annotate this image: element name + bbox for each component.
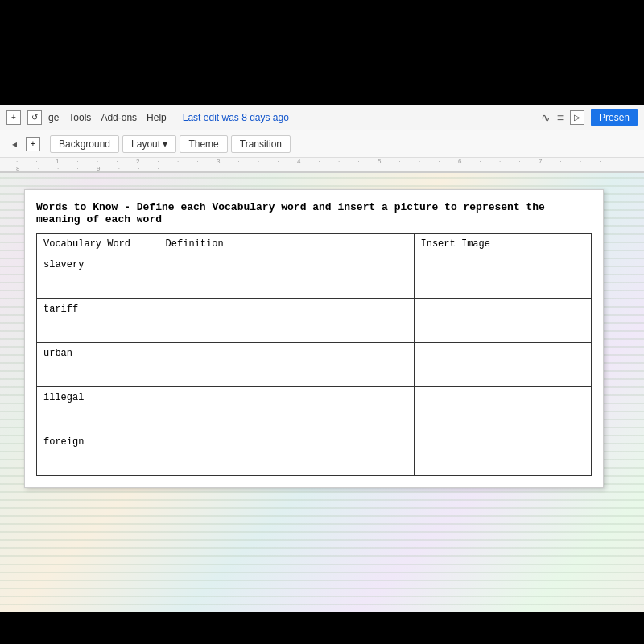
main-content: + ↺ ge Tools Add-ons Help Last edit was … xyxy=(0,105,644,612)
toolbar-area: + ↺ ge Tools Add-ons Help Last edit was … xyxy=(0,105,644,173)
cell-word-2[interactable]: urban xyxy=(37,343,159,387)
cell-img-1[interactable] xyxy=(414,299,591,343)
slide-nav: ◂ + xyxy=(6,136,40,152)
def-label-1 xyxy=(159,299,414,342)
table-row: foreign xyxy=(37,431,592,476)
theme-button[interactable]: Theme xyxy=(180,135,227,153)
slides-toolbar: ◂ + Background Layout ▾ Theme Transition xyxy=(0,130,644,158)
slideshow-icon[interactable]: ▷ xyxy=(570,110,584,125)
menu-items: ge Tools Add-ons Help Last edit was 8 da… xyxy=(48,112,289,123)
def-label-0 xyxy=(159,254,414,298)
add-slide-icon[interactable]: + xyxy=(26,137,40,151)
img-label-4 xyxy=(415,431,591,475)
cell-word-3[interactable]: illegal xyxy=(37,387,159,431)
header-vocab-word: Vocabulary Word xyxy=(37,234,159,254)
word-label-4: foreign xyxy=(37,431,159,475)
last-edit-label: Last edit was 8 days ago xyxy=(183,112,289,123)
cell-def-3[interactable] xyxy=(159,387,414,431)
table-row: slavery xyxy=(37,254,592,299)
menu-item-addons[interactable]: Add-ons xyxy=(101,112,137,123)
cell-word-4[interactable]: foreign xyxy=(37,431,159,476)
cell-def-0[interactable] xyxy=(159,254,414,299)
cell-def-2[interactable] xyxy=(159,343,414,387)
back-arrow[interactable]: ◂ xyxy=(6,136,23,152)
word-label-2: urban xyxy=(37,343,159,386)
chart-icon[interactable]: ∿ xyxy=(541,111,551,124)
slide-title: Words to Know - Define each Vocabulary w… xyxy=(36,201,592,225)
img-label-0 xyxy=(415,254,591,298)
cell-img-4[interactable] xyxy=(414,431,591,476)
menu-item-help[interactable]: Help xyxy=(147,112,167,123)
header-insert-image: Insert Image xyxy=(414,234,591,254)
present-button[interactable]: Presen xyxy=(591,109,638,126)
top-menu-bar: + ↺ ge Tools Add-ons Help Last edit was … xyxy=(0,105,644,130)
cell-img-0[interactable] xyxy=(414,254,591,299)
menu-item-ge[interactable]: ge xyxy=(48,112,59,123)
table-row: illegal xyxy=(37,387,592,431)
cell-word-0[interactable]: slavery xyxy=(37,254,159,299)
ruler: · · 1 · · · 2 · · · 3 · · · 4 · · · 5 · … xyxy=(0,158,644,172)
slide-area: Words to Know - Define each Vocabulary w… xyxy=(0,173,644,504)
img-label-2 xyxy=(415,343,591,386)
word-label-0: slavery xyxy=(37,254,159,298)
img-label-3 xyxy=(415,387,591,431)
black-bar-top xyxy=(0,0,644,105)
vocab-table: Vocabulary Word Definition Insert Image … xyxy=(36,233,592,476)
cell-def-1[interactable] xyxy=(159,299,414,343)
layout-button[interactable]: Layout ▾ xyxy=(122,135,176,153)
cell-word-1[interactable]: tariff xyxy=(37,299,159,343)
black-bar-bottom xyxy=(0,612,644,644)
def-label-4 xyxy=(159,431,414,475)
header-definition: Definition xyxy=(159,234,414,254)
def-label-2 xyxy=(159,343,414,386)
cell-img-2[interactable] xyxy=(414,343,591,387)
table-header-row: Vocabulary Word Definition Insert Image xyxy=(37,234,592,254)
table-row: tariff xyxy=(37,299,592,343)
menu-icon[interactable]: ≡ xyxy=(557,111,564,124)
cell-def-4[interactable] xyxy=(159,431,414,476)
slide-container: Words to Know - Define each Vocabulary w… xyxy=(24,189,604,488)
word-label-1: tariff xyxy=(37,299,159,342)
def-label-3 xyxy=(159,387,414,431)
menu-item-tools[interactable]: Tools xyxy=(68,112,91,123)
img-label-1 xyxy=(415,299,591,342)
top-bar-right: ∿ ≡ ▷ Presen xyxy=(541,109,638,126)
undo-icon[interactable]: ↺ xyxy=(27,110,42,125)
top-bar-icons: + ↺ xyxy=(6,110,42,125)
transition-button[interactable]: Transition xyxy=(231,135,291,153)
add-icon[interactable]: + xyxy=(6,110,21,125)
background-button[interactable]: Background xyxy=(50,135,119,153)
cell-img-3[interactable] xyxy=(414,387,591,431)
word-label-3: illegal xyxy=(37,387,159,431)
table-row: urban xyxy=(37,343,592,387)
screen: + ↺ ge Tools Add-ons Help Last edit was … xyxy=(0,0,644,644)
